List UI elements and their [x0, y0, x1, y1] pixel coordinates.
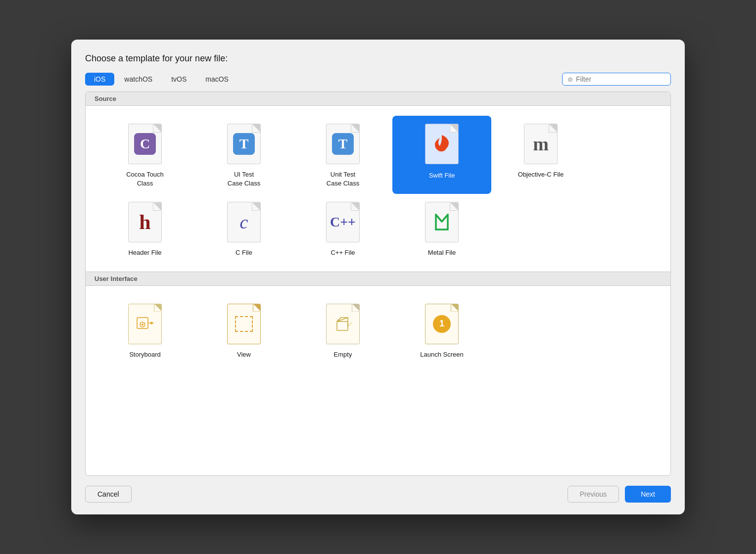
item-header-file[interactable]: h Header File: [95, 194, 194, 263]
previous-button[interactable]: Previous: [567, 486, 619, 503]
c-file-label: C File: [236, 248, 252, 257]
objective-c-label: Objective-C File: [518, 170, 564, 179]
empty-icon: [323, 302, 363, 346]
content-area: Source C Cocoa TouchClass T UI TestCas: [85, 92, 671, 476]
svg-line-9: [348, 323, 352, 326]
tab-tvos[interactable]: tvOS: [162, 73, 195, 86]
unit-test-case-label: Unit TestCase Class: [327, 170, 359, 188]
user-interface-section-header: User Interface: [86, 272, 670, 286]
filter-icon: ⊜: [567, 76, 573, 83]
storyboard-icon: [125, 302, 165, 346]
item-c-file[interactable]: c C File: [194, 194, 293, 263]
objective-c-icon: m: [521, 122, 561, 166]
item-objective-c-file[interactable]: m Objective-C File: [491, 116, 590, 194]
source-section-header: Source: [86, 92, 670, 106]
metal-file-icon: [422, 200, 462, 244]
source-section-content: C Cocoa TouchClass T UI TestCase Class: [86, 106, 670, 272]
empty-label: Empty: [334, 350, 352, 359]
svg-rect-6: [337, 322, 348, 330]
item-cocoa-touch-class[interactable]: C Cocoa TouchClass: [95, 116, 194, 194]
unit-test-case-icon: T: [323, 122, 363, 166]
item-metal-file[interactable]: Metal File: [392, 194, 491, 263]
tab-bar: iOS watchOS tvOS macOS ⊜: [85, 73, 671, 86]
storyboard-label: Storyboard: [129, 350, 161, 359]
tab-ios[interactable]: iOS: [85, 73, 114, 86]
cpp-file-label: C++ File: [331, 248, 355, 257]
item-launch-screen[interactable]: 1 Launch Screen: [392, 296, 491, 365]
cocoa-touch-class-label: Cocoa TouchClass: [126, 170, 164, 188]
cpp-file-icon: C++: [323, 200, 363, 244]
header-file-icon: h: [125, 200, 165, 244]
launch-screen-label: Launch Screen: [420, 350, 463, 359]
footer: Cancel Previous Next: [85, 486, 671, 503]
tab-macos[interactable]: macOS: [196, 73, 237, 86]
launch-screen-icon: 1: [422, 302, 462, 346]
filter-box: ⊜: [562, 73, 671, 86]
ui-test-case-label: UI TestCase Class: [228, 170, 260, 188]
swift-file-icon: [422, 122, 462, 166]
item-view[interactable]: View: [194, 296, 293, 365]
item-swift-file[interactable]: Swift File: [392, 116, 491, 194]
item-ui-test-case-class[interactable]: T UI TestCase Class: [194, 116, 293, 194]
view-icon: [224, 302, 264, 346]
cancel-button[interactable]: Cancel: [85, 486, 132, 503]
header-file-label: Header File: [128, 248, 161, 257]
new-file-dialog: Choose a template for your new file: iOS…: [71, 40, 685, 514]
view-label: View: [237, 350, 251, 359]
ui-test-case-icon: T: [224, 122, 264, 166]
metal-file-label: Metal File: [428, 248, 456, 257]
cocoa-touch-class-icon: C: [125, 122, 165, 166]
tab-watchos[interactable]: watchOS: [115, 73, 161, 86]
ui-section-content: Storyboard View: [86, 286, 670, 373]
swift-file-label: Swift File: [424, 170, 460, 181]
svg-marker-5: [151, 322, 154, 324]
next-button[interactable]: Next: [625, 486, 671, 503]
dialog-title: Choose a template for your new file:: [85, 53, 671, 64]
item-storyboard[interactable]: Storyboard: [95, 296, 194, 365]
tab-bar-left: iOS watchOS tvOS macOS: [85, 73, 562, 86]
c-file-icon: c: [224, 200, 264, 244]
filter-input[interactable]: [576, 75, 665, 83]
item-empty[interactable]: Empty: [293, 296, 392, 365]
svg-point-3: [142, 323, 143, 325]
item-cpp-file[interactable]: C++ C++ File: [293, 194, 392, 263]
item-unit-test-case-class[interactable]: T Unit TestCase Class: [293, 116, 392, 194]
footer-right: Previous Next: [567, 486, 671, 503]
svg-marker-7: [337, 318, 348, 326]
